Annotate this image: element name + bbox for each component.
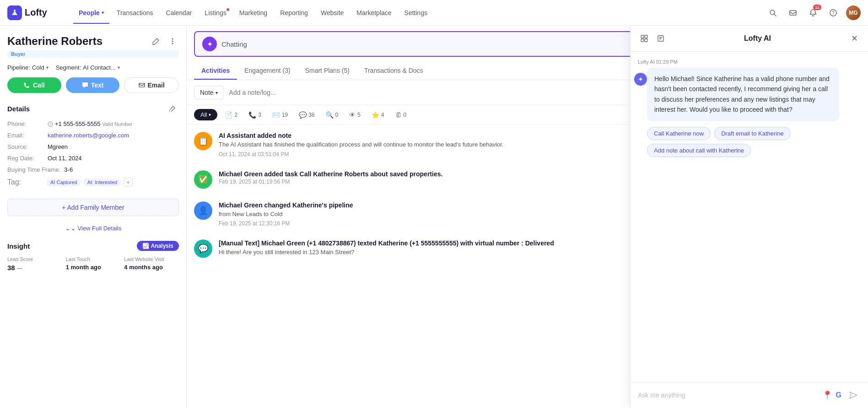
- analysis-button[interactable]: 📈 Analysis: [137, 241, 179, 251]
- details-section: Details Phone: ? +1 555-555-5555 Valid N…: [7, 102, 179, 191]
- svg-rect-8: [139, 83, 145, 87]
- ai-close-button[interactable]: ✕: [848, 32, 861, 45]
- tab-transactions[interactable]: Transactions & Docs: [357, 62, 431, 80]
- note-type-chevron-icon: ▾: [216, 90, 218, 95]
- ai-message-group: Lofty AI 01:29 PM ✦ Hello Michael! Since…: [638, 59, 861, 157]
- ai-g-icon[interactable]: G: [836, 391, 841, 399]
- tag-ai-interested[interactable]: AI: Interested: [84, 179, 121, 186]
- stars-icon: ⭐: [372, 111, 379, 119]
- tab-activities[interactable]: Activities: [194, 62, 237, 80]
- svg-text:?: ?: [832, 11, 835, 16]
- ai-suggestion-email[interactable]: Draft email to Katherine: [714, 127, 791, 140]
- reg-date-detail-row: Reg Date: Oct 11, 2024: [7, 155, 179, 162]
- tag-label: Tag:: [7, 178, 44, 186]
- svg-rect-14: [645, 39, 647, 42]
- inbox-icon-button[interactable]: [786, 5, 800, 20]
- ai-send-button[interactable]: [846, 388, 861, 403]
- filter-chats-count[interactable]: 💬 38: [295, 109, 318, 120]
- pipeline-select[interactable]: Pipeline: Cold ▾: [7, 64, 49, 71]
- tag-ai-captured[interactable]: AI Captured: [47, 179, 81, 186]
- right-panel: ✦ Chatting Activities Engagement (3) Sma…: [187, 26, 868, 408]
- ai-note-icon[interactable]: [654, 32, 667, 45]
- reg-date-value: Oct 11, 2024: [48, 155, 81, 162]
- search-icon-button[interactable]: [766, 5, 780, 20]
- filter-emails-count[interactable]: ✉️ 19: [269, 109, 291, 120]
- user-avatar[interactable]: MG: [846, 5, 861, 20]
- nav-item-marketplace[interactable]: Marketplace: [351, 6, 397, 19]
- ai-suggestion-call[interactable]: Call Katherine now: [647, 127, 711, 140]
- note-type-select[interactable]: Note ▾: [194, 86, 224, 99]
- segment-value: AI Contact...: [83, 64, 116, 71]
- calls-icon: 📞: [248, 111, 256, 119]
- pipeline-label: Pipeline:: [7, 64, 30, 71]
- nav-item-transactions[interactable]: Transactions: [111, 6, 159, 19]
- filter-docs-count[interactable]: 📄 2: [221, 109, 241, 120]
- add-family-member-button[interactable]: + Add Family Member: [7, 199, 179, 216]
- email-button[interactable]: Email: [124, 77, 179, 93]
- chats-icon: 💬: [299, 111, 307, 119]
- nav-right-icons: 12 ? MG: [766, 5, 861, 20]
- ai-header-icons: [638, 32, 667, 45]
- source-value: Mgreen: [48, 143, 68, 150]
- nav-item-website[interactable]: Website: [315, 6, 349, 19]
- text-button[interactable]: Text: [66, 77, 120, 93]
- buying-time-detail-row: Buying Time Frame: 3-6: [7, 166, 179, 173]
- activity-avatar-user: 👤: [194, 201, 212, 220]
- help-icon-button[interactable]: ?: [826, 5, 841, 20]
- nav-item-people[interactable]: People ▾: [73, 6, 109, 19]
- ai-input-field[interactable]: [638, 392, 818, 399]
- filter-stars-count[interactable]: ⭐ 4: [368, 109, 388, 120]
- filter-search-count[interactable]: 🔍 0: [322, 109, 342, 120]
- ai-grid-icon[interactable]: [638, 32, 651, 45]
- top-navigation: Lofty People ▾ Transactions Calendar Lis…: [0, 0, 868, 26]
- last-touch-stat: Last Touch 1 month ago: [66, 256, 121, 272]
- nav-item-reporting[interactable]: Reporting: [275, 6, 313, 19]
- add-tag-icon[interactable]: +: [124, 178, 133, 187]
- filter-views-count[interactable]: 👁 5: [345, 109, 364, 120]
- tab-smart-plans[interactable]: Smart Plans (5): [298, 62, 357, 80]
- chart-icon: 📈: [142, 243, 149, 249]
- edit-contact-icon[interactable]: [150, 35, 162, 48]
- source-label: Source:: [7, 143, 44, 150]
- pipeline-value: Cold: [32, 64, 44, 71]
- note-type-label: Note: [200, 89, 214, 96]
- segment-label: Segment:: [56, 64, 81, 71]
- email-value[interactable]: katherine.roberts@google.com: [48, 132, 129, 139]
- call-button[interactable]: Call: [7, 77, 61, 93]
- more-options-icon[interactable]: [166, 35, 179, 48]
- buying-time-label: Buying Time Frame:: [7, 166, 60, 173]
- pipeline-chevron-icon: ▾: [46, 65, 49, 70]
- listings-notification-dot: [226, 8, 229, 11]
- insight-header: Insight 📈 Analysis: [7, 241, 179, 251]
- chevron-down-double-icon: ⌄⌄: [65, 224, 76, 232]
- reg-date-label: Reg Date:: [7, 155, 44, 162]
- nav-item-settings[interactable]: Settings: [399, 6, 433, 19]
- buying-time-value: 3-6: [64, 166, 73, 173]
- ai-location-icon[interactable]: 📍: [822, 390, 832, 400]
- search-icon: 🔍: [326, 111, 334, 119]
- notification-bell-button[interactable]: 12: [806, 5, 820, 20]
- nav-item-calendar[interactable]: Calendar: [161, 6, 198, 19]
- view-full-details-button[interactable]: ⌄⌄ View Full Details: [7, 221, 179, 235]
- emails-icon: ✉️: [272, 111, 280, 119]
- filter-calendar-count[interactable]: 🗓 0: [392, 109, 410, 120]
- tab-engagement[interactable]: Engagement (3): [237, 62, 297, 80]
- logo-area[interactable]: Lofty: [7, 5, 62, 20]
- svg-rect-13: [641, 39, 644, 42]
- lead-score-stat: Lead Score 38 —: [7, 256, 62, 272]
- segment-select[interactable]: Segment: AI Contact... ▾: [56, 64, 120, 71]
- logo-text: Lofty: [25, 7, 47, 18]
- ai-message-bubble: Hello Michael! Since Katherine has a val…: [647, 67, 839, 121]
- ai-panel-header: Lofty AI ✕: [631, 26, 868, 52]
- nav-item-marketing[interactable]: Marketing: [234, 6, 273, 19]
- ai-suggestion-note[interactable]: Add note about call with Katherine: [647, 144, 751, 157]
- filter-calls-count[interactable]: 📞 3: [245, 109, 265, 120]
- nav-item-listings[interactable]: Listings: [199, 6, 232, 19]
- svg-point-5: [172, 38, 173, 40]
- ai-panel: Lofty AI ✕ Lofty AI 01:29 PM ✦ Hello Mic…: [630, 26, 868, 408]
- docs-icon: 📄: [225, 111, 232, 119]
- filter-all-button[interactable]: All ▾: [194, 109, 217, 120]
- edit-details-icon[interactable]: [166, 102, 179, 115]
- svg-point-6: [172, 41, 173, 42]
- ai-input-bar: 📍 G: [631, 382, 868, 408]
